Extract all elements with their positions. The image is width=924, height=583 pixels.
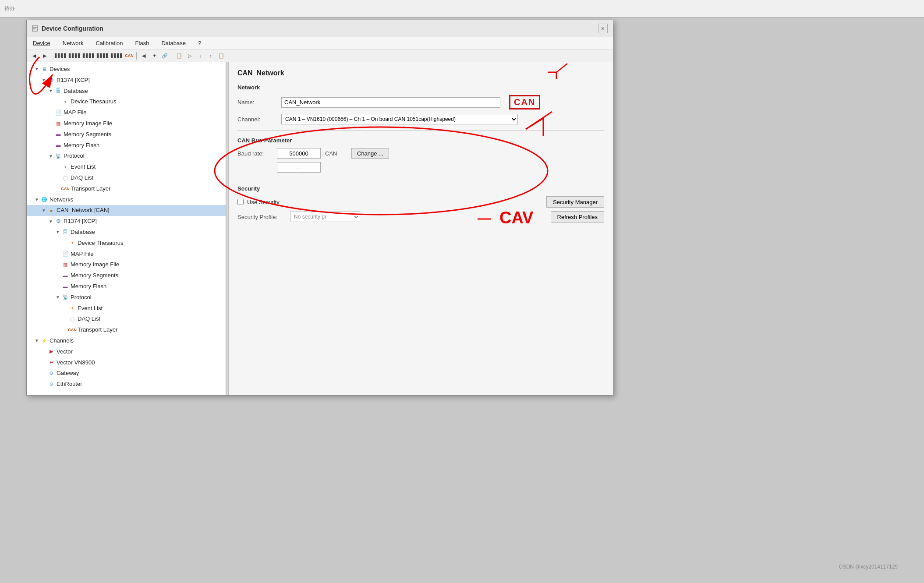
security-profile-select[interactable]: No security pr <box>290 212 360 222</box>
tb-btn-2[interactable]: ▶ <box>40 51 50 60</box>
tb-btn-15[interactable]: 📋 <box>216 51 226 60</box>
menu-device[interactable]: Device <box>31 39 52 47</box>
tree-label-gateway: Gateway <box>57 369 79 378</box>
tb-btn-8[interactable]: ◀ <box>139 51 149 60</box>
menu-calibration[interactable]: Calibration <box>94 39 124 47</box>
dialog-window: Device Configuration × Device Network Ca… <box>26 20 613 396</box>
tree-item-map-2[interactable]: 📄 MAP File <box>27 249 226 260</box>
tree-item-channels[interactable]: ▼ ⚡ Channels <box>27 336 226 346</box>
watermark: CSDN @xcy2014117129 <box>839 564 898 570</box>
menu-bar: Device Network Calibration Flash Databas… <box>27 37 613 49</box>
tree-arrow-daq-2 <box>62 316 68 322</box>
dashes-input[interactable] <box>277 162 321 173</box>
tree-label-daq-1: DAQ List <box>71 173 93 183</box>
use-security-checkbox[interactable] <box>237 199 244 205</box>
tb-btn-5[interactable]: ▋▋▋▋ <box>82 51 96 60</box>
tree-label-database-2: Database <box>71 228 95 237</box>
tb-btn-7[interactable]: ▋▋▋▋ <box>110 51 124 60</box>
tree-item-memimg-2[interactable]: ▦ Memory Image File <box>27 259 226 270</box>
tree-item-memseg-1[interactable]: ▬ Memory Segments <box>27 129 226 140</box>
tree-icon-memseg-1: ▬ <box>55 131 62 138</box>
tb-btn-3[interactable]: ▋▋▋▋ <box>54 51 67 60</box>
baud-rate-row: Baud rate: CAN Change ... <box>237 148 604 159</box>
menu-flash[interactable]: Flash <box>134 39 151 47</box>
tree-icon-daq-2: ▢ <box>69 316 76 323</box>
tree-label-memimg-1: Memory Image File <box>64 119 112 128</box>
tree-item-database-1[interactable]: ▼ 🗄 Database <box>27 86 226 97</box>
tb-btn-can[interactable]: CAN <box>124 51 134 60</box>
tree-item-eth-router[interactable]: ⚙ EthRouter <box>27 379 226 390</box>
tree-item-can-network[interactable]: ▼ ■ CAN_Network [CAN] <box>27 205 226 216</box>
tree-item-devices[interactable]: ▼ 🖥 Devices <box>27 64 226 75</box>
tree-icon-eth-router: ⚙ <box>48 381 55 388</box>
tree-item-r1374-2[interactable]: ▼ ⚙ R1374 [XCP] <box>27 216 226 227</box>
tree-label-memseg-1: Memory Segments <box>64 130 111 139</box>
section-security-label: Security <box>237 185 604 192</box>
tree-label-daq-2: DAQ List <box>78 314 100 324</box>
tree-item-transport-1[interactable]: CAN Transport Layer <box>27 184 226 194</box>
tree-item-memimg-1[interactable]: ▦ Memory Image File <box>27 118 226 129</box>
tree-arrow-database-2: ▼ <box>55 229 61 235</box>
tree-item-networks[interactable]: ▼ 🌐 Networks <box>27 194 226 205</box>
tb-btn-11[interactable]: 📋 <box>174 51 184 60</box>
detail-title: CAN_Network <box>237 69 604 77</box>
tree-icon-event-1: ✦ <box>62 164 69 171</box>
tree-item-transport-2[interactable]: CAN Transport Layer <box>27 325 226 336</box>
tree-item-event-2[interactable]: ✦ Event List <box>27 303 226 314</box>
menu-database[interactable]: Database <box>159 39 188 47</box>
menu-network[interactable]: Network <box>61 39 85 47</box>
dialog-icon <box>32 25 38 32</box>
tree-arrow-can-network: ▼ <box>41 208 47 214</box>
title-left: Device Configuration <box>32 25 103 32</box>
tb-btn-13[interactable]: ↓ <box>195 51 205 60</box>
tb-btn-4[interactable]: ▋▋▋▋ <box>68 51 81 60</box>
tree-item-memflash-2[interactable]: ▬ Memory Flash <box>27 281 226 292</box>
tb-btn-14[interactable]: ↑ <box>206 51 216 60</box>
tree-arrow-protocol-1: ▼ <box>48 153 54 159</box>
tree-item-thesaurus-2[interactable]: ✦ Device Thesaurus <box>27 238 226 249</box>
tree-item-gateway[interactable]: ⚙ Gateway <box>27 368 226 379</box>
tb-btn-12[interactable]: ▷ <box>185 51 195 60</box>
name-input[interactable] <box>281 97 500 108</box>
tree-item-thesaurus-1[interactable]: ✦ Device Thesaurus <box>27 96 226 107</box>
tree-label-database-1: Database <box>64 87 88 96</box>
channel-select[interactable]: CAN 1 – VN1610 (000666) – Ch 1 – On boar… <box>281 114 518 124</box>
tree-arrow-devices: ▼ <box>34 66 40 72</box>
tb-btn-10[interactable]: 🔗 <box>160 51 170 60</box>
tree-item-daq-2[interactable]: ▢ DAQ List <box>27 314 226 325</box>
tree-item-memflash-1[interactable]: ▬ Memory Flash <box>27 140 226 151</box>
tree-item-database-2[interactable]: ▼ 🗄 Database <box>27 227 226 238</box>
menu-help[interactable]: ? <box>196 39 203 47</box>
tree-icon-vector: ▶ <box>48 348 55 355</box>
use-security-label[interactable]: Use Security <box>247 199 280 205</box>
tree-item-daq-1[interactable]: ▢ DAQ List <box>27 173 226 184</box>
tree-item-protocol-2[interactable]: ▼ 📡 Protocol <box>27 292 226 303</box>
tree-item-vector[interactable]: ▶ Vector <box>27 346 226 357</box>
baud-rate-input[interactable] <box>277 148 321 159</box>
tb-btn-1[interactable]: ◀ <box>29 51 39 60</box>
tree-icon-memflash-1: ▬ <box>55 142 62 149</box>
tree-label-memflash-2: Memory Flash <box>71 282 106 291</box>
change-button[interactable]: Change ... <box>351 148 389 159</box>
tree-item-map-1[interactable]: 📄 MAP File <box>27 107 226 118</box>
tree-label-map-1: MAP File <box>64 108 87 117</box>
tree-label-r1374-2: R1374 [XCP] <box>64 217 97 226</box>
tb-btn-9[interactable]: ✦ <box>149 51 159 60</box>
tree-item-vector-vn8900[interactable]: ↩ Vector VN8900 <box>27 357 226 368</box>
tree-item-memseg-2[interactable]: ▬ Memory Segments <box>27 270 226 281</box>
security-manager-button[interactable]: Security Manager <box>546 196 604 208</box>
tb-btn-6[interactable]: ▋▋▋▋ <box>96 51 110 60</box>
tree-item-r1374-1[interactable]: ▼ ⚙ R1374 [XCP] <box>27 75 226 86</box>
tree-item-protocol-1[interactable]: ▼ 📡 Protocol <box>27 151 226 162</box>
tree-item-event-1[interactable]: ✦ Event List <box>27 162 226 173</box>
toolbar-row: ◀ ▶ ▋▋▋▋ ▋▋▋▋ ▋▋▋▋ ▋▋▋▋ ▋▋▋▋ CAN ◀ ✦ 🔗 📋… <box>27 49 613 62</box>
tree-arrow-database-1: ▼ <box>48 88 54 94</box>
tree-arrow-memseg-1 <box>48 131 54 138</box>
tree-icon-memimg-2: ▦ <box>62 261 69 269</box>
refresh-profiles-button[interactable]: Refresh Profiles <box>551 211 604 223</box>
svg-rect-2 <box>33 28 35 29</box>
close-button[interactable]: × <box>598 24 608 33</box>
divider-2 <box>237 179 604 179</box>
tree-arrow-gateway <box>41 371 47 377</box>
tb-sep-2 <box>136 52 137 60</box>
